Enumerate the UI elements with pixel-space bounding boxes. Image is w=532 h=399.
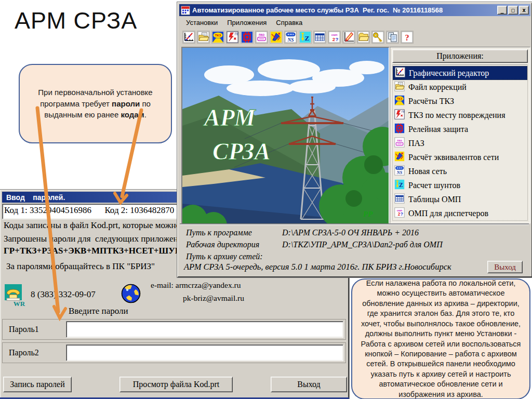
new-network-toolbar-button[interactable]: NS [284, 31, 297, 44]
password-input-2[interactable] [66, 344, 343, 361]
new-network-icon: NS [394, 165, 405, 178]
paz-icon: паз [394, 137, 405, 150]
request-text: Запрошены пароли для следующих приложени… [4, 234, 188, 244]
callout-network-text: Если налажена работа по локальной сети, … [356, 278, 525, 399]
tkz-toolbar-button[interactable]: ТКЗ [211, 31, 224, 44]
svg-text:ПП: ПП [402, 110, 405, 113]
callout-bold-term: пароли [112, 99, 140, 108]
info-label: Рабочая директория [186, 240, 282, 249]
folder-toolbar-button[interactable] [357, 31, 370, 44]
svg-text:паз: паз [259, 33, 265, 36]
main-window-title: Автоматизированное рабочее место службы … [192, 6, 496, 14]
app-item-label: ОМП для диспетчеров [408, 209, 488, 218]
enter-passwords-prompt: Введите пароли [69, 306, 128, 316]
tkz-icon: ТКЗ [394, 95, 405, 108]
relay-toolbar-button[interactable] [241, 31, 254, 44]
graph-editor-toolbar-button[interactable] [182, 31, 195, 44]
svg-text:ТКЗ: ТКЗ [215, 33, 221, 37]
maximize-button[interactable]: □ [508, 6, 518, 15]
contact-text: За паролями обращайтесь в ПК "БРИЗ" [6, 261, 155, 272]
svg-text:?: ? [401, 211, 403, 217]
svg-text:2: 2 [332, 36, 335, 42]
app-item-tkz-fault[interactable]: ППТКЗ по месту повреждения [393, 108, 527, 122]
svg-text:ТКЗ: ТКЗ [397, 97, 403, 100]
app-item-label: Графический редактор [409, 69, 489, 78]
app-item-label: Расчёт эквивалентов сети [408, 153, 499, 162]
svg-text:Z: Z [304, 34, 309, 42]
svg-text:ПП: ПП [235, 32, 238, 36]
splash-photo: АРМ СРЗА РР [181, 47, 390, 224]
password-input-1[interactable] [66, 321, 343, 338]
shunt-icon: Z [394, 179, 405, 192]
svg-text:омп: омп [331, 33, 337, 36]
menu-bar: УстановкиПриложенияСправка [179, 17, 530, 28]
menu-item-1[interactable]: Приложения [223, 18, 270, 28]
app-item-tkz[interactable]: ТКЗРасчёты ТКЗ [393, 94, 527, 108]
applications-list: Графический редакторФайл коррекцийТКЗРас… [392, 64, 528, 221]
omp-dispatch-toolbar-button[interactable]: омп2? [328, 31, 341, 44]
equivalents-toolbar-button[interactable] [270, 31, 283, 44]
menu-item-2[interactable]: Справка [272, 18, 306, 28]
app-item-omp-dispatch[interactable]: омп2?ОМП для диспетчеров [393, 206, 527, 220]
app-item-relay[interactable]: Релейная защита [393, 122, 527, 136]
paz-toolbar-button[interactable]: паз [255, 31, 268, 44]
info-row-1: Рабочая директорияD:\TKZ\УПР_АРМ_СРЗА\Da… [186, 240, 443, 249]
omp-table-toolbar-button[interactable] [313, 31, 326, 44]
app-item-graph-editor[interactable]: Графический редактор [393, 66, 527, 80]
copy-toolbar-button[interactable] [386, 31, 399, 44]
info-label: Путь к программе [186, 228, 282, 237]
tkz-fault-toolbar-button[interactable]: ПП [226, 31, 239, 44]
app-item-new-network[interactable]: NSНовая сеть [393, 164, 527, 178]
email-primary: e-mail: armcrza@yandex.ru [151, 281, 241, 290]
view-kod-file-button[interactable]: Просмотр файла Kod.prt [119, 377, 233, 392]
info-label: Путь к архиву сетей: [186, 252, 282, 261]
minimize-button[interactable]: _ [497, 6, 507, 15]
app-item-label: Новая сеть [408, 167, 447, 176]
app-item-shunt[interactable]: ZРасчет шунтов [393, 178, 527, 192]
password-row-1: Пароль1 [2, 319, 346, 340]
app-item-equivalents[interactable]: Расчёт эквивалентов сети [393, 150, 527, 164]
app-item-paz[interactable]: пазПАЗ [393, 136, 527, 150]
app-logo-icon [181, 6, 190, 15]
menu-item-0[interactable]: Установки [182, 18, 221, 28]
shunt-toolbar-button[interactable]: Z [299, 31, 312, 44]
app-item-label: Файл коррекций [408, 83, 467, 92]
info-area: Путь к программеD:\АРМ СРЗА-5-0 ОЧ ЯНВАР… [180, 223, 529, 275]
svg-text:?: ? [405, 33, 409, 43]
applications-codes-text: ГР+ТКЗ+РЗАS+ЭКВ+МПТКЗ+НСЕТ+ШУНТ [4, 246, 188, 256]
key-toolbar-button[interactable] [371, 31, 384, 44]
omp-dispatch-icon: омп2? [394, 207, 405, 220]
main-exit-button[interactable]: Выход [487, 261, 523, 273]
file-corrections-toolbar-button[interactable] [197, 31, 210, 44]
app-item-omp-table[interactable]: Таблицы ОМП [393, 192, 527, 206]
app-item-label: Таблицы ОМП [408, 195, 461, 204]
main-window: Автоматизированное рабочее место службы … [177, 2, 532, 277]
info-row-2: Путь к архиву сетей: [186, 252, 282, 261]
app-item-label: Расчёты ТКЗ [408, 97, 454, 106]
main-titlebar[interactable]: Автоматизированное рабочее место службы … [179, 4, 530, 16]
save-passwords-button[interactable]: Запись паролей [3, 377, 72, 392]
svg-text:паз: паз [397, 138, 402, 141]
graph-pen-toolbar-button[interactable] [342, 31, 355, 44]
version-line: АРМ СРЗА 5-очередь, версия 5.0 1 марта 2… [184, 262, 451, 272]
toolbar: ТКЗППпазNSZомп2?? [179, 29, 530, 46]
dialog-exit-button[interactable]: Выход [271, 377, 347, 392]
equivalents-icon [394, 151, 405, 164]
file-corrections-icon [394, 81, 405, 94]
photo-overlay-arm: АРМ [203, 104, 257, 131]
svg-text:NS: NS [287, 37, 294, 43]
photo-overlay-srza: СРЗА [212, 138, 270, 165]
app-item-label: Релейная защита [408, 125, 468, 134]
close-button[interactable]: x [519, 6, 529, 15]
callout-passwords-note: При первоначальной установке программа т… [19, 64, 172, 143]
help-toolbar-button[interactable]: ? [401, 31, 414, 44]
phone-number: 8 (383) 332-09-07 [31, 289, 96, 300]
page-title: АРМ СРЗА [15, 7, 137, 34]
callout-text: . [144, 110, 147, 119]
info-value: D:\АРМ СРЗА-5-0 ОЧ ЯНВАРЬ + 2016 [282, 228, 419, 237]
landscape-photo-art: АРМ СРЗА РР [182, 48, 389, 223]
svg-text:?: ? [335, 36, 338, 42]
omp-table-icon [394, 193, 405, 206]
app-item-file-corrections[interactable]: Файл коррекций [393, 80, 527, 94]
password-label-1: Пароль1 [3, 320, 66, 339]
